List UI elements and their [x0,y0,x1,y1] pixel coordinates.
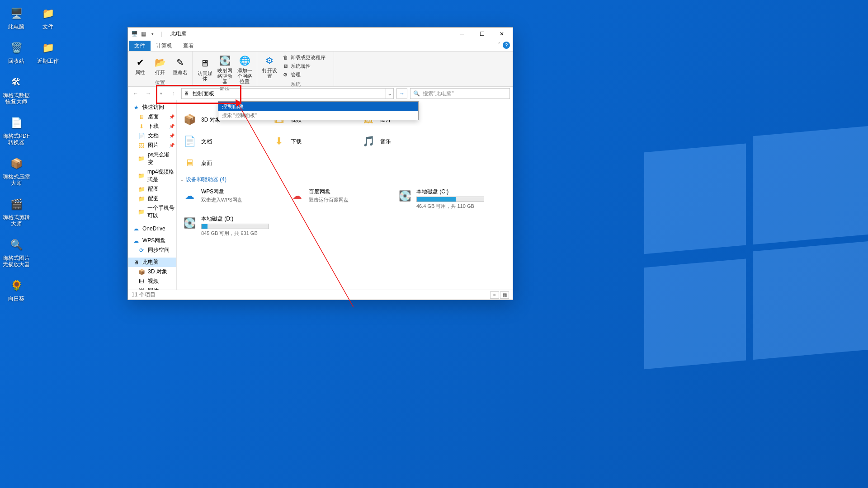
qat-doc-icon[interactable]: ▦ [140,30,147,38]
nav-pc-item[interactable]: 🎞视频 [128,277,176,286]
recent-work-icon-glyph: 📁 [39,39,57,57]
folder-icon: 📁 [138,195,145,202]
collapse-ribbon-icon[interactable]: ⌃ [497,42,501,49]
ribbon-map-drive[interactable]: 💽映射网络驱动器 [215,53,234,84]
ribbon-open-settings[interactable]: ⚙ 打开设置 [260,53,279,79]
address-bar[interactable]: 🖥 ⌄ 控制面板搜索 "控制面板" [181,88,394,99]
nav-qa-item[interactable]: 📁配图 [128,194,176,203]
nav-qa-item[interactable]: 🖥桌面📌 [128,112,176,122]
drive-icon: 💽 [396,188,413,204]
file-explorer-window: 🖥️ ▦ ▾ | 此电脑 ─ ☐ ✕ 文件 计算机 查看 ⌃ ? ✔属性📂打开✎… [127,27,513,300]
help-icon[interactable]: ? [503,42,510,49]
d-drive[interactable]: 💽本地磁盘 (D:)845 GB 可用，共 931 GB [179,213,283,239]
drives-header[interactable]: ⌄ 设备和驱动器 (4) [179,173,510,186]
ribbon-sys-props[interactable]: 🖥系统属性 [280,62,327,70]
manage-icon: ⚙ [282,71,289,78]
nav-qa-item[interactable]: 📄文档📌 [128,131,176,141]
ribbon-properties[interactable]: ✔属性 [131,55,150,75]
app4-icon-glyph: 🎬 [7,195,25,213]
navigation-pane[interactable]: ★ 快速访问 🖥桌面📌⬇下载📌📄文档📌🖼图片📌📁ps怎么渐变📁mp4视频格式是📁… [128,100,177,290]
back-button[interactable]: ← [131,89,141,99]
ribbon-manage[interactable]: ⚙管理 [280,70,327,79]
nav-pc-item[interactable]: 🖼图片 [128,286,176,290]
minimize-button[interactable]: ─ [452,28,472,40]
baidu-drive[interactable]: ☁百度网盘双击运行百度网盘 [287,186,391,211]
folder-icon: 📁 [138,186,145,193]
nav-qa-item[interactable]: 📁一个手机号可以 [128,203,176,221]
go-button[interactable]: → [396,88,407,99]
recent-locations-button[interactable]: ▾ [156,89,166,99]
svg-rect-0 [644,144,746,254]
desktop-icon-label: 此电脑 [8,23,24,30]
nav-qa-item[interactable]: 📁配图 [128,184,176,194]
folder-desktop[interactable]: 🖥桌面 [179,153,265,173]
app2-icon[interactable]: 📄嗨格式PDF转换器 [3,114,30,145]
app5-icon[interactable]: 🔍嗨格式图片无损放大器 [3,236,30,267]
desktop: 🖥️此电脑🗑️回收站🛠嗨格式数据恢复大师📄嗨格式PDF转换器📦嗨格式压缩大师🎬嗨… [0,0,64,306]
ribbon-add-netloc[interactable]: 🌐添加一个网络位置 [235,53,254,84]
nav-thispc[interactable]: 🖥 此电脑 [128,258,176,267]
app6-icon[interactable]: 🌻向日葵 [3,277,30,302]
content-pane[interactable]: 📦3D 对象🎞视频🖼图片📄文档⬇下载🎵音乐🖥桌面 ⌄ 设备和驱动器 (4) ☁W… [177,100,513,290]
ribbon-uninstall[interactable]: 🗑卸载或更改程序 [280,53,327,61]
add-netloc-icon: 🌐 [237,53,252,68]
nav-quick-access[interactable]: ★ 快速访问 [128,103,176,112]
forward-button[interactable]: → [143,89,153,99]
tab-computer[interactable]: 计算机 [151,41,178,51]
search-box[interactable]: 🔍 搜索"此电脑" [410,88,510,99]
ribbon-tabs: 文件 计算机 查看 ⌃ ? [128,40,513,51]
recent-work-icon[interactable]: 📁近期工作 [34,39,61,64]
folder-icon: 🖥 [138,113,145,121]
address-dropdown-button[interactable]: ⌄ [385,89,393,99]
file-icon[interactable]: 📁文件 [34,5,61,30]
recycle-icon[interactable]: 🗑️回收站 [3,39,30,64]
folder-music[interactable]: 🎵音乐 [359,131,444,151]
qat-dropdown-icon[interactable]: ▾ [149,30,156,38]
pin-icon: 📌 [169,124,175,129]
address-suggestion[interactable]: 控制面板 [218,102,418,111]
c-drive[interactable]: 💽本地磁盘 (C:)46.4 GB 可用，共 110 GB [395,186,499,211]
nav-pc-item[interactable]: 📦3D 对象 [128,267,176,277]
ribbon-rename[interactable]: ✎重命名 [170,55,189,75]
item-icon: 🎞 [138,278,145,285]
tab-file[interactable]: 文件 [129,41,151,51]
gear-icon: ⚙ [262,53,277,68]
usage-bar [201,224,269,229]
nav-qa-item[interactable]: 🖼图片📌 [128,141,176,150]
folder-icon: 📁 [138,155,145,162]
close-button[interactable]: ✕ [492,28,512,40]
ribbon-open[interactable]: 📂打开 [151,55,170,75]
search-placeholder: 搜索"此电脑" [423,90,454,98]
media-icon: 🖥 [198,56,212,70]
monitor-icon: 🖥 [182,90,191,97]
folder-documents[interactable]: 📄文档 [179,131,265,151]
open-icon: 📂 [153,55,167,70]
maximize-button[interactable]: ☐ [472,28,492,40]
nav-onedrive[interactable]: ☁ OneDrive [128,224,176,233]
folder-icon: 📁 [138,172,145,179]
address-input[interactable] [191,90,385,97]
app3-icon[interactable]: 📦嗨格式压缩大师 [3,155,30,186]
ribbon: ✔属性📂打开✎重命名 位置 🖥访问媒体💽映射网络驱动器🌐添加一个网络位置 网络 … [128,52,513,87]
folder-icon: 🖥 [181,155,198,171]
pc-icon[interactable]: 🖥️此电脑 [3,5,30,30]
sync-icon: ⟳ [138,247,145,254]
tab-view[interactable]: 查看 [178,41,199,51]
ribbon-media[interactable]: 🖥访问媒体 [195,56,214,81]
nav-sync[interactable]: ⟳ 同步空间 [128,245,176,255]
details-view-button[interactable]: ≡ [490,291,499,299]
folder-downloads[interactable]: ⬇下载 [269,131,355,151]
wps-drive[interactable]: ☁WPS网盘双击进入WPS网盘 [179,186,283,211]
titlebar[interactable]: 🖥️ ▦ ▾ | 此电脑 ─ ☐ ✕ [128,28,513,40]
address-suggestion[interactable]: 搜索 "控制面板" [218,111,418,120]
qat-sep: | [158,30,165,38]
nav-qa-item[interactable]: ⬇下载📌 [128,122,176,131]
nav-qa-item[interactable]: 📁ps怎么渐变 [128,150,176,167]
icons-view-button[interactable]: ▦ [500,291,509,299]
nav-qa-item[interactable]: 📁mp4视频格式是 [128,167,176,184]
up-button[interactable]: ↑ [169,89,179,99]
app4-icon[interactable]: 🎬嗨格式剪辑大师 [3,195,30,227]
properties-icon: ✔ [133,55,147,70]
nav-wps[interactable]: ☁ WPS网盘 [128,236,176,245]
app1-icon[interactable]: 🛠嗨格式数据恢复大师 [3,73,30,105]
